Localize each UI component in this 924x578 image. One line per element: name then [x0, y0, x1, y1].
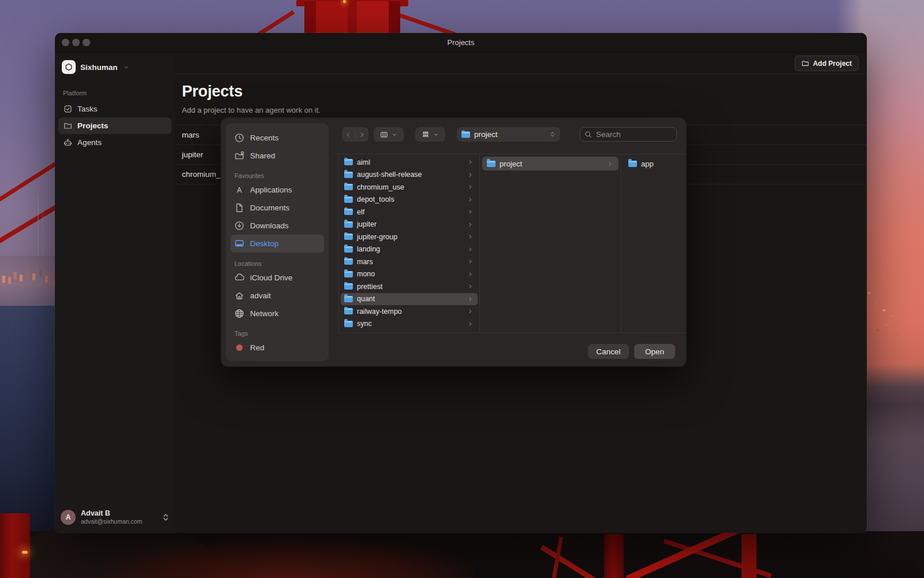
user-email: advait@sixhuman.com — [81, 518, 142, 526]
folder-icon — [344, 159, 353, 165]
chev-right-icon — [468, 197, 473, 202]
minimize-button[interactable] — [72, 39, 80, 46]
chev-right-icon — [468, 309, 473, 314]
tag-red-icon — [236, 344, 243, 351]
folder-item-mars[interactable]: mars — [341, 255, 478, 268]
column-browser: aimlaugust-shell-releasechromium_usedepo… — [338, 154, 686, 333]
finder-sidebar-item-documents[interactable]: Documents — [230, 199, 324, 217]
chev-right-icon — [468, 234, 473, 239]
folder-add-icon — [802, 60, 809, 67]
robot-icon — [64, 138, 72, 147]
folder-item-jupiter[interactable]: jupiter — [341, 218, 478, 231]
globe-icon — [234, 309, 244, 318]
search-field[interactable] — [580, 127, 677, 142]
folder-icon — [344, 221, 353, 228]
folder-item-project[interactable]: project — [482, 157, 619, 171]
folder-item-app[interactable]: app — [624, 157, 684, 171]
folder-name: chromium_use — [357, 183, 404, 191]
finder-sidebar-item-label: Documents — [250, 203, 289, 212]
chevron-down-icon — [433, 132, 439, 138]
folder-name: project — [500, 160, 522, 168]
search-input[interactable] — [595, 129, 672, 139]
chevron-updown-icon — [549, 131, 556, 138]
finder-section-label: Tags — [234, 330, 329, 337]
finder-sidebar-item-desktop[interactable]: Desktop — [230, 235, 324, 253]
user-menu[interactable]: A Advait B advait@sixhuman.com — [61, 509, 170, 526]
page-title: Projects — [182, 83, 867, 101]
home-icon — [234, 291, 244, 301]
folder-icon — [64, 121, 72, 130]
finder-sidebar-item-network[interactable]: Network — [230, 305, 324, 323]
back-button[interactable] — [345, 131, 352, 138]
project-row-label: mars — [175, 131, 199, 139]
folder-icon — [628, 161, 637, 167]
chev-right-icon — [468, 259, 473, 264]
dialog-footer: Cancel Open — [588, 344, 675, 359]
apps-icon — [234, 185, 244, 195]
add-project-button[interactable]: Add Project — [795, 55, 859, 71]
project-row-label: jupiter — [175, 150, 203, 159]
finder-body: project aimlaugust-shell-releasechromium… — [333, 118, 686, 366]
finder-sidebar-item-label: Applications — [250, 186, 292, 194]
folder-name: jupiter-group — [357, 233, 397, 241]
current-folder-select[interactable]: project — [457, 127, 560, 142]
folder-item-elf[interactable]: elf — [341, 206, 478, 218]
folder-item-mono[interactable]: mono — [341, 268, 478, 281]
sidebar-item-tasks[interactable]: Tasks — [58, 101, 172, 117]
finder-sidebar-item-applications[interactable]: Applications — [230, 181, 324, 199]
workspace-switcher[interactable]: Sixhuman — [62, 60, 168, 74]
folder-item-chromium-use[interactable]: chromium_use — [341, 181, 478, 194]
finder-sidebar-item-downloads[interactable]: Downloads — [230, 217, 324, 235]
forward-button[interactable] — [359, 131, 366, 138]
finder-sidebar-item-shared[interactable]: Shared — [230, 147, 324, 165]
folder-icon — [344, 184, 353, 190]
view-mode-button[interactable] — [374, 127, 404, 142]
sidebar-section-label: Platform — [63, 90, 175, 97]
folder-icon — [344, 271, 353, 277]
finder-sidebar-item-recents[interactable]: Recents — [230, 129, 324, 147]
folder-icon — [344, 172, 353, 178]
folder-item-landing[interactable]: landing — [341, 243, 478, 256]
app-sidebar: Sixhuman Platform TasksProjectsAgents A … — [55, 53, 175, 533]
clock-icon — [234, 133, 244, 143]
city-buildings — [2, 276, 5, 283]
add-project-label: Add Project — [813, 60, 852, 68]
chev-right-icon — [468, 222, 473, 227]
sidebar-item-projects[interactable]: Projects — [58, 117, 172, 134]
columns-view-icon — [380, 131, 388, 139]
folder-icon — [344, 283, 353, 290]
folder-name: sync — [357, 320, 372, 328]
open-button[interactable]: Open — [634, 344, 675, 359]
tower-beacon-light — [343, 0, 346, 3]
folder-item-sync[interactable]: sync — [341, 318, 478, 331]
search-icon — [584, 131, 592, 138]
finder-sidebar-item-icloud-drive[interactable]: iCloud Drive — [230, 269, 324, 287]
cloud-icon — [234, 273, 244, 283]
folder-item-august-shell-release[interactable]: august-shell-release — [341, 169, 478, 181]
folder-item-quant[interactable]: quant — [341, 293, 478, 306]
chev-right-icon — [608, 161, 613, 166]
folder-name: app — [641, 160, 654, 168]
sidebar-item-agents[interactable]: Agents — [58, 134, 172, 151]
page-subtitle: Add a project to have an agent work on i… — [182, 106, 867, 114]
folder-item-railway-tempo[interactable]: railway-tempo — [341, 305, 478, 318]
folder-item-depot-tools[interactable]: depot_tools — [341, 194, 478, 206]
folder-item-aiml[interactable]: aiml — [341, 156, 478, 169]
doc-icon — [234, 203, 244, 213]
desktop-icon — [234, 239, 244, 249]
cancel-button[interactable]: Cancel — [588, 344, 629, 359]
group-by-button[interactable] — [415, 127, 445, 142]
chevron-down-icon — [392, 132, 397, 138]
traffic-lights — [62, 39, 90, 46]
finder-sidebar-item-red[interactable]: Red — [230, 339, 324, 357]
folder-name: railway-tempo — [357, 307, 402, 316]
folder-icon — [344, 258, 353, 265]
folder-item-jupiter-group[interactable]: jupiter-group — [341, 231, 478, 243]
close-button[interactable] — [62, 39, 69, 46]
folder-name: mars — [357, 258, 373, 266]
folder-item-prettiest[interactable]: prettiest — [341, 280, 478, 293]
finder-sidebar-item-advait[interactable]: advait — [230, 287, 324, 305]
zoom-button[interactable] — [83, 39, 90, 46]
chev-right-icon — [468, 247, 473, 252]
finder-sidebar-item-label: advait — [250, 291, 271, 300]
